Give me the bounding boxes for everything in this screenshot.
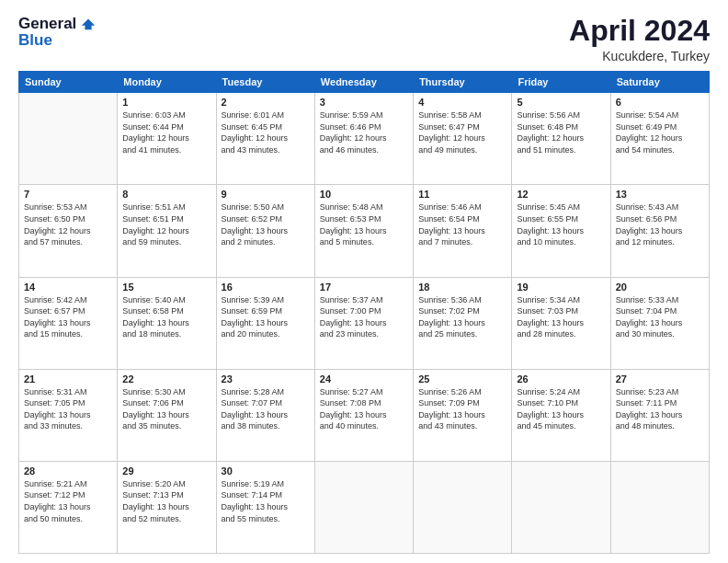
day-number: 11 xyxy=(418,189,506,200)
day-info: Sunrise: 5:40 AMSunset: 6:58 PMDaylight:… xyxy=(122,294,210,340)
table-row: 4Sunrise: 5:58 AMSunset: 6:47 PMDaylight… xyxy=(414,93,512,185)
day-number: 13 xyxy=(616,189,704,200)
table-row xyxy=(414,461,512,553)
day-number: 17 xyxy=(320,282,408,293)
logo-general: General xyxy=(18,15,76,33)
day-info: Sunrise: 5:43 AMSunset: 6:56 PMDaylight:… xyxy=(616,201,704,247)
calendar-header-row: Sunday Monday Tuesday Wednesday Thursday… xyxy=(19,72,710,93)
day-number: 6 xyxy=(616,97,704,108)
day-info: Sunrise: 5:27 AMSunset: 7:08 PMDaylight:… xyxy=(320,386,408,432)
day-number: 22 xyxy=(122,373,210,385)
day-info: Sunrise: 5:33 AMSunset: 7:04 PMDaylight:… xyxy=(616,294,704,340)
table-row: 3Sunrise: 5:59 AMSunset: 6:46 PMDaylight… xyxy=(314,93,413,185)
table-row: 13Sunrise: 5:43 AMSunset: 6:56 PMDayligh… xyxy=(610,185,709,277)
day-number: 15 xyxy=(122,282,210,293)
table-row: 5Sunrise: 5:56 AMSunset: 6:48 PMDaylight… xyxy=(512,93,610,185)
day-info: Sunrise: 6:01 AMSunset: 6:45 PMDaylight:… xyxy=(222,109,310,155)
table-row: 29Sunrise: 5:20 AMSunset: 7:13 PMDayligh… xyxy=(118,461,216,553)
day-info: Sunrise: 5:48 AMSunset: 6:53 PMDaylight:… xyxy=(320,201,408,247)
table-row: 28Sunrise: 5:21 AMSunset: 7:12 PMDayligh… xyxy=(19,461,118,553)
day-number: 8 xyxy=(122,189,210,200)
col-monday: Monday xyxy=(118,72,216,93)
day-number: 24 xyxy=(320,373,408,385)
table-row: 26Sunrise: 5:24 AMSunset: 7:10 PMDayligh… xyxy=(512,369,610,461)
table-row xyxy=(512,461,610,553)
day-info: Sunrise: 5:24 AMSunset: 7:10 PMDaylight:… xyxy=(517,386,605,432)
table-row: 24Sunrise: 5:27 AMSunset: 7:08 PMDayligh… xyxy=(314,369,413,461)
day-info: Sunrise: 5:45 AMSunset: 6:55 PMDaylight:… xyxy=(517,201,605,247)
day-number: 25 xyxy=(418,373,506,385)
day-number: 19 xyxy=(517,282,605,293)
day-number: 23 xyxy=(222,373,310,385)
day-number: 30 xyxy=(222,465,310,477)
table-row: 12Sunrise: 5:45 AMSunset: 6:55 PMDayligh… xyxy=(512,185,610,277)
week-row-3: 14Sunrise: 5:42 AMSunset: 6:57 PMDayligh… xyxy=(19,277,710,369)
logo-blue: Blue xyxy=(18,31,52,49)
logo: General Blue xyxy=(18,15,97,50)
table-row: 7Sunrise: 5:53 AMSunset: 6:50 PMDaylight… xyxy=(19,185,118,277)
table-row: 23Sunrise: 5:28 AMSunset: 7:07 PMDayligh… xyxy=(216,369,314,461)
day-info: Sunrise: 5:53 AMSunset: 6:50 PMDaylight:… xyxy=(24,201,112,247)
table-row xyxy=(314,461,413,553)
table-row: 16Sunrise: 5:39 AMSunset: 6:59 PMDayligh… xyxy=(216,277,314,369)
day-info: Sunrise: 5:56 AMSunset: 6:48 PMDaylight:… xyxy=(517,109,605,155)
day-info: Sunrise: 5:58 AMSunset: 6:47 PMDaylight:… xyxy=(418,109,506,155)
day-info: Sunrise: 5:26 AMSunset: 7:09 PMDaylight:… xyxy=(418,386,506,432)
table-row: 6Sunrise: 5:54 AMSunset: 6:49 PMDaylight… xyxy=(610,93,709,185)
table-row: 17Sunrise: 5:37 AMSunset: 7:00 PMDayligh… xyxy=(314,277,413,369)
day-info: Sunrise: 5:20 AMSunset: 7:13 PMDaylight:… xyxy=(122,478,210,524)
col-sunday: Sunday xyxy=(19,72,118,93)
month-title: April 2024 xyxy=(569,15,710,47)
day-number: 12 xyxy=(517,189,605,200)
table-row: 11Sunrise: 5:46 AMSunset: 6:54 PMDayligh… xyxy=(414,185,512,277)
day-info: Sunrise: 5:50 AMSunset: 6:52 PMDaylight:… xyxy=(222,201,310,247)
table-row: 10Sunrise: 5:48 AMSunset: 6:53 PMDayligh… xyxy=(314,185,413,277)
table-row: 21Sunrise: 5:31 AMSunset: 7:05 PMDayligh… xyxy=(19,369,118,461)
day-info: Sunrise: 5:37 AMSunset: 7:00 PMDaylight:… xyxy=(320,294,408,340)
day-number: 3 xyxy=(320,97,408,108)
day-number: 4 xyxy=(418,97,506,108)
day-number: 9 xyxy=(222,189,310,200)
day-number: 16 xyxy=(222,282,310,293)
day-info: Sunrise: 6:03 AMSunset: 6:44 PMDaylight:… xyxy=(122,109,210,155)
day-number: 29 xyxy=(122,465,210,477)
day-number: 10 xyxy=(320,189,408,200)
day-info: Sunrise: 5:30 AMSunset: 7:06 PMDaylight:… xyxy=(122,386,210,432)
day-number: 27 xyxy=(616,373,704,385)
day-info: Sunrise: 5:21 AMSunset: 7:12 PMDaylight:… xyxy=(24,478,112,524)
header: General Blue April 2024 Kucukdere, Turke… xyxy=(18,15,710,63)
col-thursday: Thursday xyxy=(414,72,512,93)
table-row: 20Sunrise: 5:33 AMSunset: 7:04 PMDayligh… xyxy=(610,277,709,369)
day-number: 20 xyxy=(616,282,704,293)
table-row: 27Sunrise: 5:23 AMSunset: 7:11 PMDayligh… xyxy=(610,369,709,461)
day-number: 2 xyxy=(222,97,310,108)
day-number: 5 xyxy=(517,97,605,108)
col-friday: Friday xyxy=(512,72,610,93)
day-number: 7 xyxy=(24,189,112,200)
day-info: Sunrise: 5:34 AMSunset: 7:03 PMDaylight:… xyxy=(517,294,605,340)
location: Kucukdere, Turkey xyxy=(569,49,710,63)
day-info: Sunrise: 5:59 AMSunset: 6:46 PMDaylight:… xyxy=(320,109,408,155)
table-row: 2Sunrise: 6:01 AMSunset: 6:45 PMDaylight… xyxy=(216,93,314,185)
table-row: 22Sunrise: 5:30 AMSunset: 7:06 PMDayligh… xyxy=(118,369,216,461)
day-info: Sunrise: 5:23 AMSunset: 7:11 PMDaylight:… xyxy=(616,386,704,432)
day-number: 14 xyxy=(24,282,112,293)
day-number: 18 xyxy=(418,282,506,293)
day-info: Sunrise: 5:51 AMSunset: 6:51 PMDaylight:… xyxy=(122,201,210,247)
title-area: April 2024 Kucukdere, Turkey xyxy=(569,15,710,63)
day-number: 28 xyxy=(24,465,112,477)
week-row-1: 1Sunrise: 6:03 AMSunset: 6:44 PMDaylight… xyxy=(19,93,710,185)
week-row-4: 21Sunrise: 5:31 AMSunset: 7:05 PMDayligh… xyxy=(19,369,710,461)
table-row: 18Sunrise: 5:36 AMSunset: 7:02 PMDayligh… xyxy=(414,277,512,369)
col-saturday: Saturday xyxy=(610,72,709,93)
day-number: 1 xyxy=(122,97,210,108)
day-info: Sunrise: 5:46 AMSunset: 6:54 PMDaylight:… xyxy=(418,201,506,247)
table-row: 30Sunrise: 5:19 AMSunset: 7:14 PMDayligh… xyxy=(216,461,314,553)
day-info: Sunrise: 5:42 AMSunset: 6:57 PMDaylight:… xyxy=(24,294,112,340)
day-number: 21 xyxy=(24,373,112,385)
table-row xyxy=(610,461,709,553)
page: General Blue April 2024 Kucukdere, Turke… xyxy=(0,0,728,563)
day-info: Sunrise: 5:28 AMSunset: 7:07 PMDaylight:… xyxy=(222,386,310,432)
col-tuesday: Tuesday xyxy=(216,72,314,93)
table-row: 25Sunrise: 5:26 AMSunset: 7:09 PMDayligh… xyxy=(414,369,512,461)
